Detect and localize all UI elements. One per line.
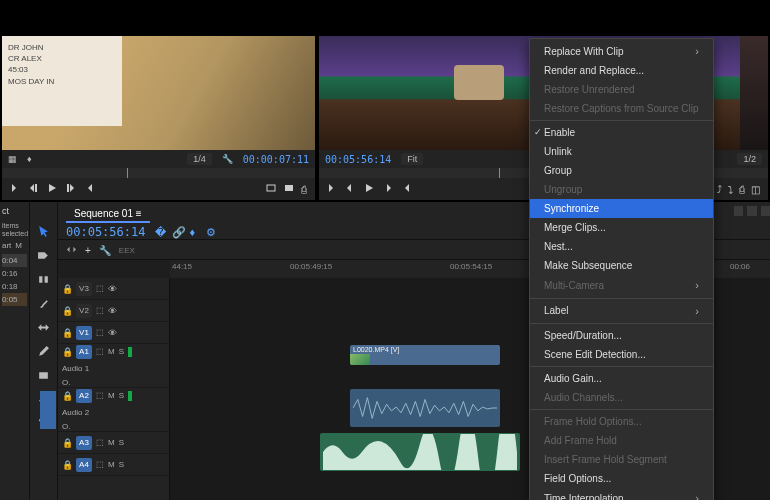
- compare-icon[interactable]: ◫: [751, 184, 760, 195]
- razor-tool-icon[interactable]: [37, 296, 51, 310]
- wrench-icon[interactable]: 🔧: [99, 245, 111, 256]
- mark-in-icon[interactable]: [327, 182, 339, 196]
- fit-select[interactable]: Fit: [401, 153, 423, 165]
- step-fwd-icon[interactable]: [64, 182, 76, 196]
- menu-item-make-subsequence[interactable]: Make Subsequence: [530, 256, 713, 275]
- slate-text: MOS DAY IN: [8, 76, 116, 87]
- video-clip[interactable]: L0020.MP4 [V]: [350, 345, 500, 365]
- nudge-icon[interactable]: [66, 244, 77, 257]
- selection-tool-icon[interactable]: [37, 224, 51, 238]
- waveform-icon: [323, 434, 517, 470]
- overwrite-icon[interactable]: [283, 182, 295, 196]
- context-menu: Replace With ClipRender and Replace...Re…: [529, 38, 714, 500]
- menu-item-unlink[interactable]: Unlink: [530, 142, 713, 161]
- track-a2[interactable]: 🔒A2⬚MS Audio 2 O.: [58, 388, 169, 432]
- project-item[interactable]: 0:16: [2, 267, 27, 280]
- linked-sel-icon[interactable]: 🔗: [172, 226, 184, 238]
- track-a1[interactable]: 🔒A1⬚MS Audio 1 O.: [58, 344, 169, 388]
- rect-tool-icon[interactable]: [37, 368, 51, 382]
- insert-icon[interactable]: [265, 182, 277, 196]
- audio-clip-1[interactable]: [350, 389, 500, 427]
- patch-a1[interactable]: [40, 391, 56, 429]
- tab-m[interactable]: M: [15, 241, 22, 250]
- mode-label: EEX: [119, 246, 135, 255]
- marker-icon[interactable]: ♦: [27, 154, 32, 164]
- svg-rect-2: [39, 372, 48, 379]
- settings-icon[interactable]: ⚙: [206, 226, 218, 238]
- menu-item-group[interactable]: Group: [530, 161, 713, 180]
- ripple-tool-icon[interactable]: [37, 272, 51, 286]
- play-icon[interactable]: [363, 182, 375, 196]
- svg-rect-0: [267, 185, 275, 191]
- play-icon[interactable]: [46, 182, 58, 196]
- sequence-tab[interactable]: Sequence 01 ≡: [66, 206, 150, 223]
- project-item[interactable]: 0:05: [2, 293, 27, 306]
- menu-item-time-interpolation[interactable]: Time Interpolation: [530, 488, 713, 500]
- menu-item-enable[interactable]: Enable: [530, 123, 713, 142]
- lift-icon[interactable]: ⤴: [717, 184, 722, 195]
- step-back-icon[interactable]: [28, 182, 40, 196]
- slate-text: CR ALEX: [8, 53, 116, 64]
- menu-item-speed-duration[interactable]: Speed/Duration...: [530, 326, 713, 345]
- snap-icon[interactable]: �磁: [155, 226, 167, 238]
- track-headers: 🔒V3⬚👁 🔒V2⬚👁 🔒V1⬚👁 🔒A1⬚MS Audio 1 O. 🔒A2⬚…: [58, 278, 170, 500]
- zoom-select[interactable]: 1/4: [187, 153, 212, 165]
- source-timecode[interactable]: 00:00:07:11: [243, 154, 309, 165]
- toggle-output-icon[interactable]: ⬚: [96, 284, 104, 293]
- menu-item-render-and-replace[interactable]: Render and Replace...: [530, 61, 713, 80]
- source-frame: DR JOHN CR ALEX 45:03 MOS DAY IN: [2, 36, 315, 150]
- selection-text: items selected: [2, 222, 27, 237]
- ruler-tick: 00:05:49:15: [290, 262, 332, 271]
- slip-tool-icon[interactable]: [37, 320, 51, 334]
- track-a4[interactable]: 🔒A4⬚MS: [58, 454, 169, 476]
- track-o[interactable]: O.: [62, 378, 165, 387]
- menu-item-synchronize[interactable]: Synchronize: [530, 199, 713, 218]
- pen-tool-icon[interactable]: [37, 344, 51, 358]
- export-frame-icon[interactable]: ⎙: [301, 184, 307, 195]
- source-transport: ⎙: [2, 168, 315, 200]
- menu-item-merge-clips[interactable]: Merge Clips...: [530, 218, 713, 237]
- track-v1[interactable]: 🔒V1⬚👁: [58, 322, 169, 344]
- wrench-icon[interactable]: 🔧: [222, 154, 233, 164]
- panel-tab[interactable]: ct: [2, 206, 27, 216]
- menu-item-ungroup: Ungroup: [530, 180, 713, 199]
- menu-item-audio-gain[interactable]: Audio Gain...: [530, 369, 713, 388]
- eye-icon[interactable]: 👁: [108, 284, 118, 294]
- add-marker-icon[interactable]: +: [85, 245, 91, 256]
- tab-art[interactable]: art: [2, 241, 11, 250]
- export-frame-icon[interactable]: ⎙: [739, 184, 745, 195]
- timeline-timecode[interactable]: 00:05:56:14: [66, 225, 145, 239]
- extract-icon[interactable]: ⤵: [728, 184, 733, 195]
- mark-in-icon[interactable]: [10, 182, 22, 196]
- lock-icon[interactable]: 🔒: [62, 284, 72, 294]
- menu-item-label[interactable]: Label: [530, 301, 713, 321]
- slate-board: DR JOHN CR ALEX 45:03 MOS DAY IN: [2, 36, 122, 126]
- step-back-icon[interactable]: [345, 182, 357, 196]
- track-v2[interactable]: 🔒V2⬚👁: [58, 300, 169, 322]
- project-item[interactable]: 0:18: [2, 280, 27, 293]
- menu-item-nest[interactable]: Nest...: [530, 237, 713, 256]
- settings-icon[interactable]: ▦: [8, 154, 17, 164]
- program-timecode[interactable]: 00:05:56:14: [325, 154, 391, 165]
- track-v3[interactable]: 🔒V3⬚👁: [58, 278, 169, 300]
- ruler-tick: 00:06: [730, 262, 750, 271]
- workspace-buttons[interactable]: [734, 202, 770, 220]
- audio-clip-2[interactable]: [320, 433, 520, 471]
- mark-out-icon[interactable]: [82, 182, 94, 196]
- project-item[interactable]: 0:04: [2, 254, 27, 267]
- mark-out-icon[interactable]: [399, 182, 411, 196]
- marker-icon[interactable]: ♦: [189, 226, 201, 238]
- track-a3[interactable]: 🔒A3⬚MS: [58, 432, 169, 454]
- menu-item-insert-frame-hold-segment: Insert Frame Hold Segment: [530, 450, 713, 469]
- track-select-tool-icon[interactable]: [37, 248, 51, 262]
- clip-label: L0020.MP4 [V]: [353, 346, 399, 353]
- menu-item-field-options[interactable]: Field Options...: [530, 469, 713, 488]
- menu-item-scene-edit-detection[interactable]: Scene Edit Detection...: [530, 345, 713, 364]
- slate-text: DR JOHN: [8, 42, 116, 53]
- menu-item-replace-with-clip[interactable]: Replace With Clip: [530, 41, 713, 61]
- program-zoom[interactable]: 1/2: [737, 153, 762, 165]
- step-fwd-icon[interactable]: [381, 182, 393, 196]
- source-monitor: DR JOHN CR ALEX 45:03 MOS DAY IN ▦ ♦ 1/4…: [2, 36, 315, 168]
- source-viewport[interactable]: DR JOHN CR ALEX 45:03 MOS DAY IN: [2, 36, 315, 150]
- source-scrubber[interactable]: [2, 168, 315, 178]
